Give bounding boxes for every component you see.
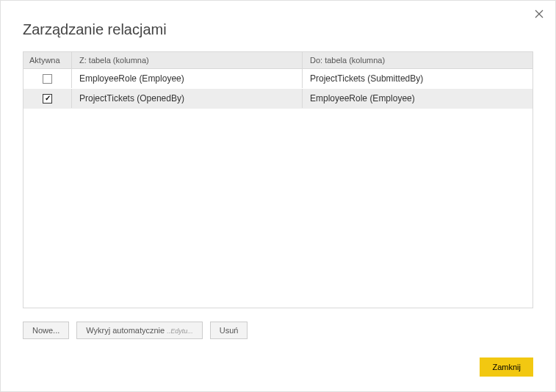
autodetect-button[interactable]: Wykryj automatycznie..Edytu... — [76, 322, 202, 339]
active-checkbox[interactable] — [43, 94, 52, 104]
delete-button[interactable]: Usuń — [210, 322, 248, 339]
table-body: EmployeeRole (Employee) ProjectTickets (… — [24, 69, 532, 308]
autodetect-sublabel: ..Edytu... — [167, 327, 193, 335]
table-row[interactable]: ProjectTickets (OpenedBy) EmployeeRole (… — [24, 89, 532, 109]
cell-to: ProjectTickets (SubmittedBy) — [303, 69, 532, 88]
dialog-title: Zarządzanie relacjami — [1, 1, 555, 51]
close-icon[interactable] — [532, 7, 546, 21]
header-from: Z: tabela (kolumna) — [72, 52, 303, 68]
dialog-footer: Zamknij — [480, 357, 533, 377]
cell-to: EmployeeRole (Employee) — [303, 89, 532, 108]
header-active: Aktywna — [24, 52, 72, 68]
header-to: Do: tabela (kolumna) — [303, 52, 532, 68]
action-buttons: Nowe... Wykryj automatycznie..Edytu... U… — [1, 308, 555, 339]
table-header-row: Aktywna Z: tabela (kolumna) Do: tabela (… — [24, 52, 532, 69]
cell-from: ProjectTickets (OpenedBy) — [72, 89, 303, 108]
close-button[interactable]: Zamknij — [480, 357, 533, 377]
autodetect-label: Wykryj automatycznie — [86, 326, 165, 335]
cell-from: EmployeeRole (Employee) — [72, 69, 303, 88]
new-button[interactable]: Nowe... — [23, 322, 69, 339]
relationships-table: Aktywna Z: tabela (kolumna) Do: tabela (… — [23, 51, 533, 308]
table-row[interactable]: EmployeeRole (Employee) ProjectTickets (… — [24, 69, 532, 89]
active-checkbox[interactable] — [43, 74, 52, 84]
